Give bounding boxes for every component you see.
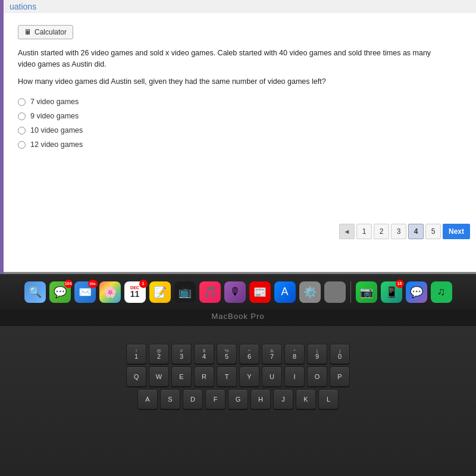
dock-messenger[interactable]: 💬 [406, 281, 427, 303]
keyboard-row-qwerty: Q W E R T Y U I O P [0, 367, 476, 387]
dock-facetime[interactable]: 📷 [356, 281, 377, 303]
option-c-label: 10 video games [30, 126, 83, 134]
key-p[interactable]: P [330, 367, 350, 387]
option-a-label: 7 video games [30, 98, 79, 106]
key-ampersand[interactable]: &7 [262, 344, 282, 364]
content-area: 🖩 Calculator Austin started with 26 vide… [4, 13, 476, 272]
key-j[interactable]: J [273, 389, 293, 409]
page-2-button[interactable]: 2 [374, 224, 389, 239]
prev-page-button[interactable]: ◄ [339, 224, 355, 239]
keyboard-row-numbers: !1 @2 #3 $4 %5 ^6 &7 *8 (9 )0 [0, 344, 476, 364]
dock-settings[interactable]: ⚙️ [299, 281, 321, 303]
key-open-paren[interactable]: (9 [307, 344, 327, 364]
key-hash[interactable]: #3 [171, 344, 192, 364]
dock-tv[interactable]: 📺 [174, 281, 196, 303]
key-f[interactable]: F [205, 389, 226, 409]
keyboard: !1 @2 #3 $4 %5 ^6 &7 *8 (9 )0 Q W E R T … [0, 326, 476, 476]
key-u[interactable]: U [262, 367, 282, 387]
dock-photos[interactable]: 🌸 [99, 281, 121, 303]
key-k[interactable]: K [296, 389, 316, 409]
radio-d[interactable] [18, 141, 26, 149]
radio-b[interactable] [18, 112, 26, 120]
key-a[interactable]: A [137, 389, 158, 409]
key-asterisk[interactable]: *8 [284, 344, 305, 364]
option-b[interactable]: 9 video games [18, 112, 462, 120]
key-e[interactable]: E [171, 367, 192, 387]
dock-misc1[interactable] [324, 281, 346, 303]
key-d[interactable]: D [183, 389, 203, 409]
page-4-button[interactable]: 4 [408, 224, 424, 239]
page-3-button[interactable]: 3 [391, 224, 406, 239]
page-5-button[interactable]: 5 [425, 224, 441, 239]
key-w[interactable]: W [149, 367, 169, 387]
key-g[interactable]: G [228, 389, 248, 409]
dock-podcasts[interactable]: 🎙 [224, 281, 246, 303]
page-title-area: uations [4, 0, 476, 13]
key-percent[interactable]: %5 [217, 344, 237, 364]
dock-notes[interactable]: 📝 [149, 281, 171, 303]
key-r[interactable]: R [194, 367, 214, 387]
dock-appstore[interactable]: A [274, 281, 296, 303]
dock-music[interactable]: 🎵 [199, 281, 221, 303]
key-l[interactable]: L [318, 389, 339, 409]
key-at[interactable]: @2 [149, 344, 169, 364]
calculator-label: Calculator [35, 28, 67, 36]
keyboard-row-asdf: A S D F G H J K L [0, 389, 476, 409]
next-button[interactable]: Next [443, 224, 470, 239]
calculator-icon: 🖩 [24, 28, 32, 36]
dock-calendar[interactable]: DEC 11 1 [124, 281, 146, 303]
question-body: Austin started with 26 video games and s… [18, 48, 446, 70]
calendar-badge: 1 [139, 280, 148, 288]
key-caret[interactable]: ^6 [239, 344, 259, 364]
key-o[interactable]: O [307, 367, 327, 387]
option-a[interactable]: 7 video games [18, 98, 462, 106]
dock-spotify[interactable]: ♫ [431, 281, 452, 303]
whatsapp-badge: 16 [396, 280, 404, 288]
key-q[interactable]: Q [126, 367, 146, 387]
mail-badge: 25k [88, 280, 98, 288]
dock-messages[interactable]: 💬 104 [49, 281, 71, 303]
messages-badge: 104 [64, 280, 73, 288]
radio-c[interactable] [18, 127, 26, 134]
calculator-button[interactable]: 🖩 Calculator [18, 25, 73, 39]
key-exclaim[interactable]: !1 [126, 344, 146, 364]
question-sub: How many video games did Austin sell, gi… [18, 76, 462, 87]
dock-whatsapp[interactable]: 📱 16 [381, 281, 402, 303]
page-1-button[interactable]: 1 [356, 224, 372, 239]
key-close-paren[interactable]: )0 [330, 344, 350, 364]
dock: 🔍 💬 104 ✉️ 25k 🌸 DEC 11 1 📝 📺 🎵 🎙 📰 A ⚙️… [0, 274, 476, 309]
dock-mail[interactable]: ✉️ 25k [74, 281, 96, 303]
key-dollar[interactable]: $4 [194, 344, 214, 364]
laptop-screen: uations 🖩 Calculator Austin started with… [0, 0, 476, 274]
dock-news[interactable]: 📰 [249, 281, 271, 303]
page-title: uations [10, 2, 36, 11]
option-c[interactable]: 10 video games [18, 126, 462, 134]
key-i[interactable]: I [284, 367, 305, 387]
key-s[interactable]: S [160, 389, 180, 409]
dock-finder[interactable]: 🔍 [24, 281, 46, 303]
pagination: ◄ 1 2 3 4 5 Next [339, 224, 470, 239]
key-y[interactable]: Y [239, 367, 259, 387]
option-d-label: 12 video games [30, 140, 83, 149]
option-b-label: 9 video games [30, 112, 79, 120]
macbook-label: MacBook Pro [211, 312, 264, 321]
key-h[interactable]: H [250, 389, 271, 409]
option-d[interactable]: 12 video games [18, 140, 462, 149]
dock-separator [350, 281, 351, 303]
options-list: 7 video games 9 video games 10 video gam… [18, 98, 462, 149]
key-t[interactable]: T [217, 367, 237, 387]
radio-a[interactable] [18, 98, 26, 106]
